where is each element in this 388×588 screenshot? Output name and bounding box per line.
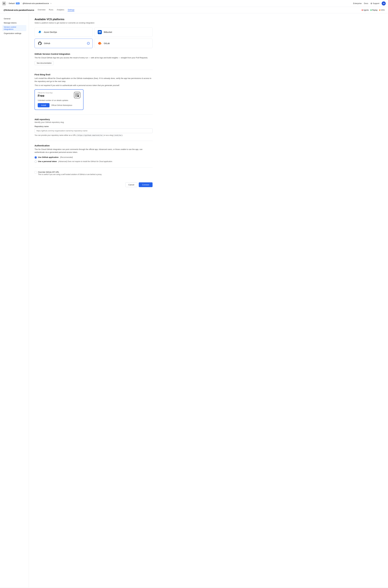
github-check-icon xyxy=(87,42,90,45)
docs-link[interactable]: Docs xyxy=(364,2,368,4)
support-icon: ⚙ xyxy=(370,2,372,5)
platform-azure[interactable]: Azure DevOps xyxy=(35,27,93,37)
override-section: Override GitHub API URL This is useful i… xyxy=(35,171,152,175)
repo-field-label: Repository name xyxy=(35,125,152,128)
override-checkbox[interactable] xyxy=(35,171,37,173)
app-name: Free xyxy=(38,94,53,98)
user-avatar[interactable]: JO xyxy=(382,1,386,5)
vcs-status: VCS xyxy=(379,9,385,11)
support-link[interactable]: ⚙ Support xyxy=(370,2,379,5)
github-icon xyxy=(38,41,42,46)
app-card-header: Official Nx Cloud App Free xyxy=(38,92,80,98)
nx-app-card: Official Nx Cloud App Free Unlimited num… xyxy=(35,89,83,110)
auth-suffix-personal-token: (Advanced) Does not require to install t… xyxy=(58,160,113,162)
marketplace-link[interactable]: Official GitHub Marketplace xyxy=(51,104,72,106)
nx-logo[interactable] xyxy=(2,2,6,5)
platform-github[interactable]: GitHub xyxy=(35,39,93,48)
divider-3 xyxy=(35,141,152,141)
first-thing-italic: This is not required if you wish to auth… xyxy=(35,84,152,87)
integration-desc: The Nx Cloud GitHub App lets you access … xyxy=(35,56,152,59)
override-row: Override GitHub API URL This is useful i… xyxy=(35,171,152,175)
first-thing-section: First thing first! Let's install the off… xyxy=(35,73,152,110)
agents-dot xyxy=(362,9,363,11)
pro-badge: Pro xyxy=(16,2,20,4)
app-name-label: Official Nx Cloud App xyxy=(38,92,53,94)
auth-radio-github-app[interactable] xyxy=(35,156,37,159)
connect-button[interactable]: Connect xyxy=(139,182,152,187)
sidebar-item-general[interactable]: General xyxy=(2,17,26,21)
navbar: / Default Pro / @fictional-octo-parakeet… xyxy=(0,0,388,7)
bitbucket-icon xyxy=(97,30,102,34)
svg-rect-5 xyxy=(75,93,77,95)
project-title: @fictional-octo-parakeet/source xyxy=(3,9,34,11)
sidebar: General Manage tokens Version control in… xyxy=(0,13,29,588)
add-repo-title: Add repository xyxy=(35,118,152,121)
bitbucket-label: Bitbucket xyxy=(104,31,149,33)
repo-field-hint: You can provide your repository name eit… xyxy=(35,134,152,137)
svg-rect-0 xyxy=(3,2,4,3)
repo-path[interactable]: @fictional-octo-parakeet/source xyxy=(23,2,49,4)
footer: © 2024 · Nx Cloud Terms of Service Priva… xyxy=(0,588,388,588)
main-layout: General Manage tokens Version control in… xyxy=(0,13,388,588)
sidebar-item-org-settings[interactable]: Organization settings xyxy=(2,31,26,35)
navbar-left: / Default Pro / @fictional-octo-parakeet… xyxy=(2,2,51,5)
divider-1 xyxy=(35,70,152,70)
see-documentation-button[interactable]: See documentation xyxy=(35,61,54,65)
vcs-title: Available VCS platforms xyxy=(35,18,152,21)
auth-label-github-app: Use GitHub application (Recommended) xyxy=(38,156,73,158)
platform-bitbucket[interactable]: Bitbucket xyxy=(95,27,152,37)
auth-title: Authentication xyxy=(35,144,152,147)
auth-option-personal-token: Use a personal token (Advanced) Does not… xyxy=(35,160,152,163)
platform-gitlab[interactable]: GitLab xyxy=(95,39,152,48)
main-content: Available VCS platforms Select a platfor… xyxy=(29,13,158,588)
nav-settings[interactable]: Settings xyxy=(68,9,74,11)
install-button[interactable]: Install xyxy=(38,103,49,107)
first-thing-desc: Let's install the official Nx Cloud appl… xyxy=(35,77,152,83)
navbar-right: Enterprise Docs ⚙ Support JO xyxy=(353,1,386,5)
nav-analytics[interactable]: Analytics xyxy=(57,9,64,11)
repo-chevron-icon: ▾ xyxy=(50,2,51,4)
platform-grid: Azure DevOps Bitbucket xyxy=(35,27,152,48)
add-repo-desc: Identify your GitHub repository slug. xyxy=(35,121,152,123)
project-nav: Overview Runs Analytics Settings xyxy=(38,9,74,11)
auth-radio-personal-token[interactable] xyxy=(35,160,37,163)
svg-rect-8 xyxy=(77,95,79,97)
nav-overview[interactable]: Overview xyxy=(38,9,46,11)
cancel-button[interactable]: Cancel xyxy=(125,182,137,187)
svg-rect-1 xyxy=(4,2,5,3)
replay-dot xyxy=(370,9,372,11)
auth-label-personal-token: Use a personal token (Advanced) Does not… xyxy=(38,160,113,162)
gitlab-icon xyxy=(97,41,102,46)
repository-name-input[interactable] xyxy=(35,128,152,133)
svg-rect-7 xyxy=(75,95,77,97)
svg-rect-2 xyxy=(3,4,4,4)
workspace-name[interactable]: Default xyxy=(9,2,15,4)
svg-rect-6 xyxy=(77,93,79,95)
agents-status: Agents xyxy=(362,9,369,11)
app-actions: Install Official GitHub Marketplace xyxy=(38,103,80,107)
first-thing-title: First thing first! xyxy=(35,73,152,76)
auth-section: Authentication The Nx Cloud GitHub integ… xyxy=(35,144,152,163)
replay-status: Replay xyxy=(370,9,378,11)
enterprise-link[interactable]: Enterprise xyxy=(353,2,362,4)
app-tagline: Unlimited number of run details updates xyxy=(38,99,80,101)
github-label: GitHub xyxy=(44,42,85,45)
override-label: Override GitHub API URL This is useful i… xyxy=(38,171,102,175)
integration-title: GitHub Version Control Integration xyxy=(35,53,152,55)
auth-desc: The Nx Cloud GitHub integration can post… xyxy=(35,148,152,154)
override-hint: This is useful if you are using a self h… xyxy=(38,173,102,175)
sidebar-item-vci[interactable]: Version control integrations xyxy=(2,25,26,31)
nav-runs[interactable]: Runs xyxy=(49,9,53,11)
nx-app-logo xyxy=(74,92,80,98)
vcs-platforms-section: Available VCS platforms Select a platfor… xyxy=(35,18,152,48)
github-integration-section: GitHub Version Control Integration The N… xyxy=(35,53,152,65)
auth-option-github-app: Use GitHub application (Recommended) xyxy=(35,156,152,159)
nav-sep-2: / xyxy=(21,2,21,5)
divider-2 xyxy=(35,114,152,115)
sidebar-item-manage-tokens[interactable]: Manage tokens xyxy=(2,21,26,25)
auth-suffix-github-app: (Recommended) xyxy=(60,156,73,158)
svg-rect-3 xyxy=(4,4,5,4)
azure-icon xyxy=(38,30,42,34)
gitlab-label: GitLab xyxy=(104,42,149,45)
action-bar: Cancel Connect xyxy=(35,180,152,187)
